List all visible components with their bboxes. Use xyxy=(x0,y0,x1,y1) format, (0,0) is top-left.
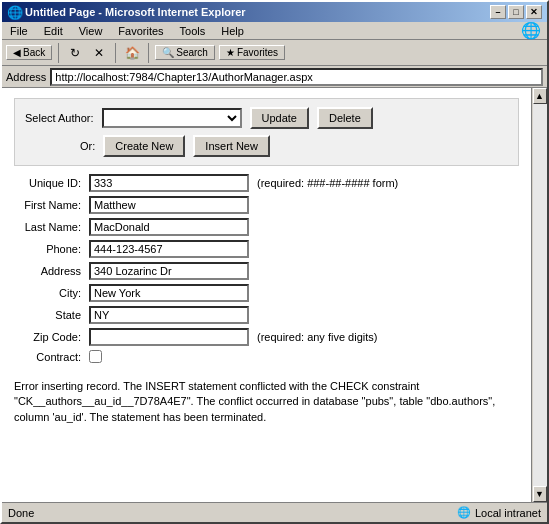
or-row: Or: Create New Insert New xyxy=(25,135,508,157)
status-zone: Local intranet xyxy=(475,507,541,519)
field-row-city: City: xyxy=(14,284,519,302)
refresh-button[interactable]: ↻ xyxy=(65,43,85,63)
scrollbar[interactable]: ▲ ▼ xyxy=(531,88,547,502)
field-row-address: Address xyxy=(14,262,519,280)
label-city: City: xyxy=(14,287,89,299)
label-first-name: First Name: xyxy=(14,199,89,211)
window-title: Untitled Page - Microsoft Internet Explo… xyxy=(25,6,246,18)
label-last-name: Last Name: xyxy=(14,221,89,233)
label-zip: Zip Code: xyxy=(14,331,89,343)
field-row-phone: Phone: xyxy=(14,240,519,258)
hint-zip: (required: any five digits) xyxy=(257,331,377,343)
favorites-button[interactable]: ★ Favorites xyxy=(219,45,285,60)
update-button[interactable]: Update xyxy=(250,107,309,129)
title-bar-left: 🌐 Untitled Page - Microsoft Internet Exp… xyxy=(7,5,246,19)
scroll-track xyxy=(533,104,547,486)
field-row-contract: Contract: xyxy=(14,350,519,363)
input-phone[interactable] xyxy=(89,240,249,258)
maximize-button[interactable]: □ xyxy=(508,5,524,19)
menu-bar: File Edit View Favorites Tools Help 🌐 xyxy=(2,22,547,40)
field-row-unique-id: Unique ID: (required: ###-##-#### form) xyxy=(14,174,519,192)
create-new-button[interactable]: Create New xyxy=(103,135,185,157)
menu-view[interactable]: View xyxy=(75,24,107,38)
input-state[interactable] xyxy=(89,306,249,324)
input-address[interactable] xyxy=(89,262,249,280)
menu-edit[interactable]: Edit xyxy=(40,24,67,38)
close-button[interactable]: ✕ xyxy=(526,5,542,19)
input-contract[interactable] xyxy=(89,350,102,363)
input-zip[interactable] xyxy=(89,328,249,346)
label-unique-id: Unique ID: xyxy=(14,177,89,189)
form-section: Unique ID: (required: ###-##-#### form) … xyxy=(14,166,519,375)
search-label: Search xyxy=(176,47,208,58)
content-area: Select Author: Update Delete Or: Create … xyxy=(2,88,547,502)
status-bar: Done 🌐 Local intranet xyxy=(2,502,547,522)
minimize-button[interactable]: – xyxy=(490,5,506,19)
stop-button[interactable]: ✕ xyxy=(89,43,109,63)
label-address: Address xyxy=(14,265,89,277)
menu-favorites[interactable]: Favorites xyxy=(114,24,167,38)
favorites-label: Favorites xyxy=(237,47,278,58)
star-icon: ★ xyxy=(226,47,235,58)
insert-new-button[interactable]: Insert New xyxy=(193,135,270,157)
title-bar: 🌐 Untitled Page - Microsoft Internet Exp… xyxy=(2,2,547,22)
delete-button[interactable]: Delete xyxy=(317,107,373,129)
select-author-label: Select Author: xyxy=(25,112,94,124)
address-label: Address xyxy=(6,71,46,83)
field-row-first-name: First Name: xyxy=(14,196,519,214)
search-button[interactable]: 🔍 Search xyxy=(155,45,215,60)
browser-window: 🌐 Untitled Page - Microsoft Internet Exp… xyxy=(0,0,549,524)
toolbar-separator-1 xyxy=(58,43,59,63)
input-last-name[interactable] xyxy=(89,218,249,236)
toolbar-separator-2 xyxy=(115,43,116,63)
page-content: Select Author: Update Delete Or: Create … xyxy=(2,88,531,502)
or-label: Or: xyxy=(80,140,95,152)
author-select[interactable] xyxy=(102,108,242,128)
menu-help[interactable]: Help xyxy=(217,24,248,38)
toolbar: ◀ Back ↻ ✕ 🏠 🔍 Search ★ Favorites xyxy=(2,40,547,66)
address-input[interactable] xyxy=(50,68,543,86)
back-label: Back xyxy=(23,47,45,58)
ie-logo-icon: 🌐 xyxy=(521,21,541,40)
menu-file[interactable]: File xyxy=(6,24,32,38)
field-row-last-name: Last Name: xyxy=(14,218,519,236)
input-first-name[interactable] xyxy=(89,196,249,214)
home-button[interactable]: 🏠 xyxy=(122,43,142,63)
address-bar: Address xyxy=(2,66,547,88)
status-right: 🌐 Local intranet xyxy=(457,506,541,519)
label-state: State xyxy=(14,309,89,321)
title-bar-buttons: – □ ✕ xyxy=(490,5,542,19)
hint-unique-id: (required: ###-##-#### form) xyxy=(257,177,398,189)
error-message: Error inserting record. The INSERT state… xyxy=(14,379,519,425)
field-row-zip: Zip Code: (required: any five digits) xyxy=(14,328,519,346)
ie-icon: 🌐 xyxy=(7,5,21,19)
menu-tools[interactable]: Tools xyxy=(176,24,210,38)
scroll-up-button[interactable]: ▲ xyxy=(533,88,547,104)
input-city[interactable] xyxy=(89,284,249,302)
label-phone: Phone: xyxy=(14,243,89,255)
field-row-state: State xyxy=(14,306,519,324)
toolbar-separator-3 xyxy=(148,43,149,63)
status-left: Done xyxy=(8,507,34,519)
top-section: Select Author: Update Delete Or: Create … xyxy=(14,98,519,166)
select-author-row: Select Author: Update Delete xyxy=(25,107,508,129)
back-button[interactable]: ◀ Back xyxy=(6,45,52,60)
back-arrow-icon: ◀ xyxy=(13,47,21,58)
search-icon: 🔍 xyxy=(162,47,174,58)
scroll-down-button[interactable]: ▼ xyxy=(533,486,547,502)
input-unique-id[interactable] xyxy=(89,174,249,192)
label-contract: Contract: xyxy=(14,351,89,363)
globe-icon: 🌐 xyxy=(457,506,471,519)
